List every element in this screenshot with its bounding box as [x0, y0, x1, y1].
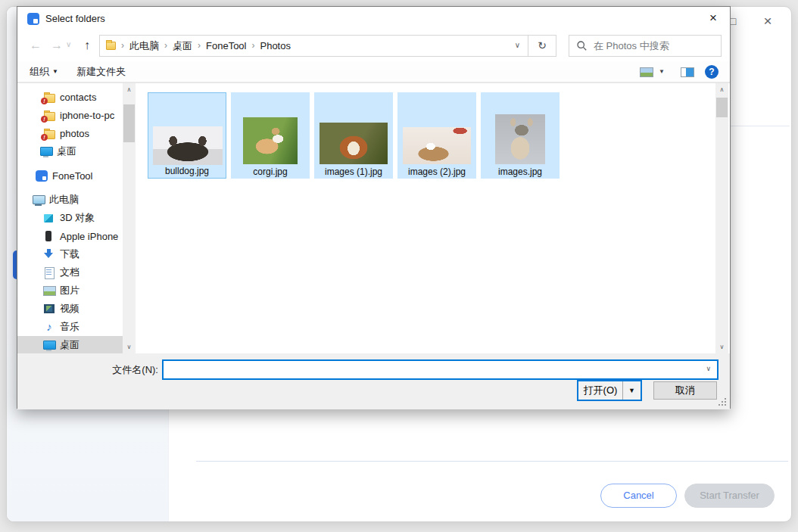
recent-locations-icon[interactable]: ∨	[66, 40, 71, 48]
sidebar-scrollbar[interactable]: ∧ ∨	[123, 83, 136, 353]
videos-icon	[43, 303, 55, 315]
search-icon	[577, 41, 587, 51]
app-close-button[interactable]: ×	[755, 10, 781, 33]
dialog-close-button[interactable]: ×	[697, 7, 730, 30]
sidebar-item-music[interactable]: ♪ 音乐	[17, 318, 123, 336]
file-thumbnail	[403, 127, 471, 164]
sidebar-item-videos[interactable]: 视频	[17, 300, 123, 318]
new-folder-button[interactable]: 新建文件夹	[76, 61, 126, 82]
app-start-transfer-button[interactable]: Start Transfer	[684, 484, 775, 508]
search-box	[569, 35, 722, 57]
file-tile-bulldog[interactable]: bulldog.jpg	[148, 92, 226, 179]
sidebar-item-label: photos	[60, 128, 89, 139]
file-tile-images[interactable]: images.jpg	[481, 92, 560, 179]
dialog-toolbar: 组织▼ 新建文件夹 ▼ ?	[17, 61, 730, 82]
folder-icon	[106, 42, 116, 50]
resize-grip[interactable]	[718, 397, 727, 406]
scrollbar-thumb[interactable]	[716, 98, 728, 117]
address-dropdown-icon[interactable]: ∨	[515, 41, 520, 49]
sidebar-item-label: 桌面	[60, 338, 79, 352]
sidebar-item-desktop-selected[interactable]: 桌面	[17, 336, 123, 353]
breadcrumb-photos[interactable]: Photos	[254, 36, 295, 56]
desktop-icon	[40, 145, 52, 157]
file-thumbnail	[495, 114, 545, 164]
desktop-icon	[43, 339, 55, 351]
3d-objects-icon	[43, 212, 55, 224]
open-button[interactable]: 打开(O) ▼	[577, 380, 642, 401]
file-name: corgi.jpg	[231, 166, 310, 177]
sidebar-item-label: 此电脑	[49, 193, 79, 207]
file-tile-corgi[interactable]: corgi.jpg	[231, 92, 310, 179]
search-input[interactable]	[594, 36, 715, 55]
sidebar-item-label: iphone-to-pc	[60, 110, 114, 121]
file-thumbnail	[243, 117, 298, 164]
open-dropdown-icon[interactable]: ▼	[622, 381, 641, 400]
breadcrumb-this-pc[interactable]: 此电脑	[124, 36, 164, 56]
sidebar-item-fonetool[interactable]: FoneTool	[17, 166, 123, 185]
sidebar-item-label: 桌面	[57, 145, 76, 158]
sidebar-item-pictures[interactable]: 图片	[17, 282, 123, 300]
sidebar-item-label: 图片	[60, 284, 79, 297]
dialog-titlebar: Select folders ×	[17, 7, 730, 31]
scroll-up-icon[interactable]: ∧	[715, 83, 728, 96]
up-icon[interactable]: ↑	[78, 36, 96, 55]
filename-dropdown-icon[interactable]: ∨	[706, 365, 711, 372]
forward-icon[interactable]: →	[48, 36, 66, 55]
folder-tree: ! contacts ! iphone-to-pc ! photos 桌面 Fo…	[17, 83, 136, 353]
scroll-down-icon[interactable]: ∨	[715, 341, 728, 353]
scroll-down-icon[interactable]: ∨	[123, 341, 136, 353]
filename-input[interactable]	[166, 361, 696, 378]
file-tile-images-2[interactable]: images (2).jpg	[397, 92, 476, 179]
address-row: ← → ∨ ↑ › 此电脑 › 桌面 › FoneTool › Photos ∨…	[17, 31, 730, 61]
help-icon[interactable]: ?	[705, 65, 719, 79]
preview-pane-icon[interactable]	[681, 67, 694, 77]
breadcrumb: › 此电脑 › 桌面 › FoneTool › Photos	[121, 36, 296, 56]
address-bar[interactable]: › 此电脑 › 桌面 › FoneTool › Photos ∨	[99, 35, 528, 57]
file-thumbnail	[320, 123, 388, 164]
sidebar-item-photos[interactable]: ! photos	[17, 124, 123, 142]
view-mode-icon[interactable]	[640, 67, 653, 77]
sidebar-item-label: contacts	[60, 92, 96, 103]
file-list-scrollbar[interactable]: ∧ ∨	[715, 83, 728, 353]
sidebar-item-label: 视频	[60, 302, 79, 316]
scrollbar-thumb[interactable]	[123, 104, 135, 142]
scroll-up-icon[interactable]: ∧	[123, 83, 136, 96]
sidebar-item-documents[interactable]: 文档	[17, 263, 123, 282]
file-thumbnail	[153, 126, 223, 165]
breadcrumb-fonetool[interactable]: FoneTool	[201, 36, 251, 56]
view-mode-dropdown-icon[interactable]: ▼	[659, 68, 665, 75]
back-icon[interactable]: ←	[26, 36, 45, 55]
organize-button[interactable]: 组织▼	[30, 61, 58, 82]
sync-error-badge: !	[41, 98, 48, 104]
dialog-footer: 文件名(N): ∨ 打开(O) ▼ 取消	[17, 353, 730, 409]
sidebar-item-downloads[interactable]: 下载	[17, 245, 123, 263]
sidebar-item-this-pc[interactable]: 此电脑	[17, 191, 123, 209]
folder-icon: !	[43, 127, 55, 139]
dialog-content: ! contacts ! iphone-to-pc ! photos 桌面 Fo…	[17, 82, 730, 353]
sync-error-badge: !	[41, 116, 48, 123]
breadcrumb-desktop[interactable]: 桌面	[167, 36, 198, 56]
sidebar-item-apple-iphone[interactable]: Apple iPhone	[17, 227, 123, 245]
documents-icon	[43, 266, 55, 278]
iphone-icon	[43, 230, 55, 242]
sidebar-item-label: FoneTool	[52, 170, 92, 182]
file-name: images (2).jpg	[397, 166, 476, 177]
downloads-icon	[43, 248, 55, 260]
folder-icon: !	[43, 91, 55, 103]
file-tile-images-1[interactable]: images (1).jpg	[314, 92, 393, 179]
sidebar-item-3d-objects[interactable]: 3D 对象	[17, 209, 123, 227]
pictures-icon	[43, 285, 55, 297]
cancel-button[interactable]: 取消	[653, 381, 717, 400]
select-folders-dialog: Select folders × ← → ∨ ↑ › 此电脑 › 桌面 › Fo…	[17, 6, 731, 409]
fonetool-icon	[36, 170, 48, 182]
sidebar-item-iphone-to-pc[interactable]: ! iphone-to-pc	[17, 106, 123, 124]
sidebar-item-contacts[interactable]: ! contacts	[17, 88, 123, 106]
folder-icon: !	[43, 109, 55, 121]
refresh-icon[interactable]: ↻	[528, 35, 556, 57]
fonetool-logo-icon	[27, 13, 39, 25]
sidebar-item-label: 下载	[60, 247, 79, 261]
app-divider-bottom	[196, 461, 788, 462]
open-button-label: 打开(O)	[578, 381, 622, 400]
app-cancel-button[interactable]: Cancel	[600, 484, 677, 508]
sidebar-item-desktop[interactable]: 桌面	[17, 142, 123, 160]
